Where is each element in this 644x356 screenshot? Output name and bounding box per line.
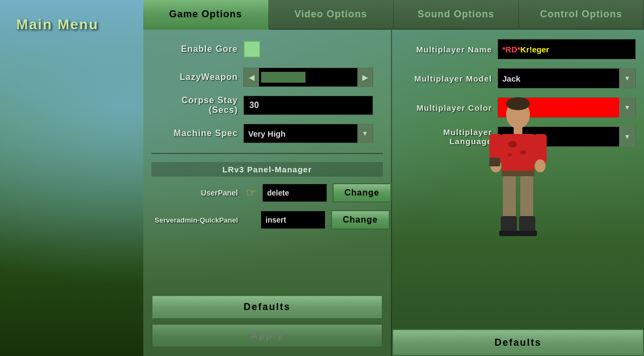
pointer-icon: ☞ xyxy=(246,186,257,200)
lazy-weapon-slider[interactable]: ◀ ▶ xyxy=(243,68,373,87)
svg-rect-3 xyxy=(502,134,534,172)
enable-gore-label: Enable Gore xyxy=(151,44,238,54)
slider-track xyxy=(259,68,357,86)
server-panel-row: Serveradmin-QuickPanel Change xyxy=(151,209,383,231)
svg-rect-15 xyxy=(489,158,500,166)
tab-sound[interactable]: Sound Options xyxy=(394,0,519,30)
left-sidebar: Main Menu xyxy=(0,0,143,356)
svg-point-17 xyxy=(521,150,526,155)
corpse-stay-label: Corpse Stay (Secs) xyxy=(151,96,238,115)
svg-rect-14 xyxy=(517,231,537,236)
svg-rect-10 xyxy=(520,176,533,219)
tab-bar: Game Options Video Options Sound Options… xyxy=(143,0,644,30)
machine-spec-dropdown[interactable]: Very High ▼ xyxy=(243,124,373,143)
svg-rect-9 xyxy=(503,176,516,219)
main-panel: Game Options Video Options Sound Options… xyxy=(143,0,644,356)
svg-rect-5 xyxy=(534,134,547,164)
divider-1 xyxy=(151,153,383,154)
server-panel-label: Serveradmin-QuickPanel xyxy=(151,216,238,224)
server-panel-change-button[interactable]: Change xyxy=(331,210,390,230)
svg-point-16 xyxy=(508,141,517,147)
enable-gore-row: Enable Gore xyxy=(151,38,383,61)
machine-spec-value: Very High xyxy=(244,129,357,138)
right-panel: Multiplayer Name *RD*Kr!eger Multiplayer… xyxy=(392,30,644,356)
tab-control[interactable]: Control Options xyxy=(519,0,645,30)
svg-rect-8 xyxy=(502,171,534,176)
right-defaults-button[interactable]: Defaults xyxy=(392,329,644,356)
content-area: Enable Gore LazyWeapon ◀ ▶ Corpse Stay (… xyxy=(143,30,644,356)
options-panel: Enable Gore LazyWeapon ◀ ▶ Corpse Stay (… xyxy=(143,30,392,356)
slider-left-arrow[interactable]: ◀ xyxy=(244,68,259,87)
right-defaults-label: Defaults xyxy=(494,337,541,348)
corpse-stay-row: Corpse Stay (Secs) xyxy=(151,94,383,117)
slider-right-arrow[interactable]: ▶ xyxy=(357,68,373,87)
server-panel-input[interactable] xyxy=(261,211,326,229)
machine-spec-arrow[interactable]: ▼ xyxy=(357,124,373,143)
bottom-buttons: Defaults Apply xyxy=(151,295,383,348)
svg-point-18 xyxy=(508,153,512,157)
user-panel-change-button[interactable]: Change xyxy=(333,183,391,203)
tab-video[interactable]: Video Options xyxy=(269,0,394,30)
user-panel-label: UserPanel xyxy=(151,189,238,197)
character-area xyxy=(392,30,644,329)
enable-gore-checkbox[interactable] xyxy=(243,41,261,58)
corpse-stay-input[interactable] xyxy=(243,96,373,115)
defaults-button[interactable]: Defaults xyxy=(151,295,383,319)
character-figure xyxy=(483,93,553,266)
svg-rect-2 xyxy=(514,126,522,134)
machine-spec-row: Machine Spec Very High ▼ xyxy=(151,122,383,145)
lazy-weapon-label: LazyWeapon xyxy=(151,72,238,82)
svg-point-7 xyxy=(535,159,546,172)
lazy-weapon-row: LazyWeapon ◀ ▶ xyxy=(151,66,383,89)
panel-manager-title: LRv3 Panel-Manager xyxy=(151,162,383,177)
user-panel-row: UserPanel ☞ Change xyxy=(151,182,383,204)
machine-spec-label: Machine Spec xyxy=(151,129,238,138)
apply-button[interactable]: Apply xyxy=(151,324,383,348)
slider-fill xyxy=(261,72,306,83)
svg-rect-13 xyxy=(499,231,519,236)
tab-game[interactable]: Game Options xyxy=(143,0,269,30)
svg-point-1 xyxy=(506,97,530,110)
main-menu-title: Main Menu xyxy=(16,16,98,33)
user-panel-input[interactable] xyxy=(262,184,327,202)
